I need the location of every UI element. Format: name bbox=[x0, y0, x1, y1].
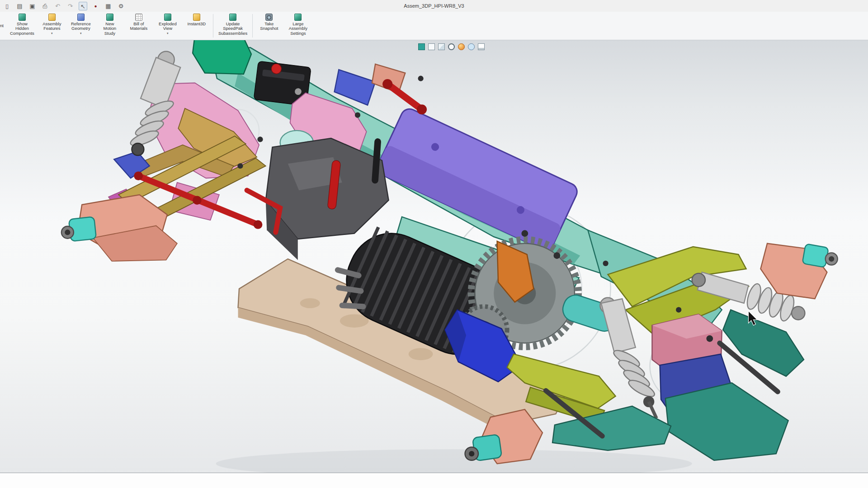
save-icon[interactable]: ▣ bbox=[28, 2, 37, 10]
model-shadow bbox=[216, 449, 692, 473]
chevron-down-icon[interactable]: ▾ bbox=[51, 32, 53, 35]
exploded-view-icon bbox=[164, 14, 171, 21]
new-motion-study-icon bbox=[106, 14, 113, 21]
chevron-down-icon[interactable]: ▾ bbox=[167, 32, 169, 35]
assembly-features-icon bbox=[48, 14, 56, 21]
toolbar-separator bbox=[252, 14, 253, 38]
ribbon-button-update-speedpak-subassemblies[interactable]: Update SpeedPak Subassemblies bbox=[215, 12, 250, 40]
new-document-icon[interactable]: ▯ bbox=[3, 2, 11, 10]
ribbon-toolbar: nt Show Hidden Components Assembly Featu… bbox=[0, 12, 868, 40]
ribbon-button-label: New Motion Study bbox=[104, 22, 117, 36]
zoom-fit-icon[interactable] bbox=[438, 43, 445, 50]
title-bar: ▯ ▤ ▣ ⎙ ↶ ↷ ↖ ● ▦ ⚙ Assem_3DP_HPI-WR8_V3 bbox=[0, 0, 868, 12]
ribbon-button-label: Exploded View bbox=[159, 22, 177, 31]
update-speedpak-icon bbox=[229, 14, 236, 21]
open-folder-icon[interactable]: ▤ bbox=[15, 2, 24, 10]
cad-model-canvas[interactable] bbox=[0, 40, 868, 473]
select-arrow-icon[interactable]: ↖ bbox=[79, 2, 87, 10]
reference-geometry-icon bbox=[77, 14, 85, 21]
chevron-down-icon[interactable]: ▾ bbox=[80, 32, 82, 35]
part-green-block[interactable] bbox=[193, 40, 251, 74]
scene-icon[interactable] bbox=[468, 43, 475, 50]
redo-icon[interactable]: ↷ bbox=[66, 2, 75, 10]
ribbon-button-take-snapshot[interactable]: Take Snapshot bbox=[255, 12, 283, 40]
take-snapshot-icon bbox=[265, 14, 273, 21]
ribbon-button-reference-geometry[interactable]: Reference Geometry ▾ bbox=[66, 12, 95, 40]
ribbon-button-large-assembly-settings[interactable]: Large Assembly Settings bbox=[283, 12, 312, 40]
heads-up-view-toolbar bbox=[418, 43, 485, 50]
ribbon-button-label: Bill of Materials bbox=[130, 22, 148, 31]
instant3d-icon bbox=[193, 14, 200, 21]
ribbon-button-show-hidden-components[interactable]: Show Hidden Components bbox=[7, 12, 38, 40]
ribbon-button-label: Take Snapshot bbox=[260, 22, 278, 31]
view-orientation-icon[interactable] bbox=[428, 43, 435, 50]
print-icon[interactable]: ⎙ bbox=[41, 2, 49, 10]
ribbon-button-new-motion-study[interactable]: New Motion Study bbox=[95, 12, 124, 40]
status-bar bbox=[0, 473, 868, 488]
ribbon-button-clipped[interactable]: nt bbox=[0, 12, 7, 40]
toolbar-separator bbox=[213, 14, 213, 38]
bill-of-materials-icon bbox=[135, 14, 142, 21]
part-knuckle-left[interactable] bbox=[61, 195, 177, 261]
window-title: Assem_3DP_HPI-WR8_V3 bbox=[404, 3, 464, 9]
appearance-icon[interactable] bbox=[458, 43, 465, 50]
ribbon-button-bill-of-materials[interactable]: Bill of Materials bbox=[124, 12, 153, 40]
record-icon[interactable]: ● bbox=[91, 2, 100, 10]
ribbon-button-assembly-features[interactable]: Assembly Features ▾ bbox=[38, 12, 66, 40]
ribbon-button-label: Reference Geometry bbox=[71, 22, 91, 31]
ribbon-button-label: Update SpeedPak Subassemblies bbox=[218, 22, 247, 36]
ribbon-button-label: Instant3D bbox=[188, 22, 206, 26]
ribbon-button-label: Large Assembly Settings bbox=[289, 22, 307, 36]
large-assembly-settings-icon bbox=[294, 14, 302, 21]
ribbon-button-exploded-view[interactable]: Exploded View ▾ bbox=[153, 12, 182, 40]
ribbon-clipped-label: nt bbox=[0, 23, 4, 28]
display-style-icon[interactable] bbox=[448, 43, 455, 50]
ribbon-button-label: Show Hidden Components bbox=[10, 22, 34, 36]
section-view-icon[interactable] bbox=[418, 43, 425, 50]
undo-icon[interactable]: ↶ bbox=[53, 2, 62, 10]
viewport-3d[interactable] bbox=[0, 40, 868, 473]
part-knuckle-right[interactable] bbox=[760, 244, 837, 299]
settings-gear-icon[interactable]: ⚙ bbox=[117, 2, 125, 10]
show-hidden-components-icon bbox=[19, 14, 26, 21]
view-settings-icon[interactable] bbox=[478, 43, 485, 50]
grid-icon[interactable]: ▦ bbox=[104, 2, 113, 10]
ribbon-button-label: Assembly Features bbox=[42, 22, 61, 31]
ribbon-button-instant3d[interactable]: Instant3D bbox=[182, 12, 211, 40]
quick-access-toolbar: ▯ ▤ ▣ ⎙ ↶ ↷ ↖ ● ▦ ⚙ bbox=[0, 2, 125, 10]
